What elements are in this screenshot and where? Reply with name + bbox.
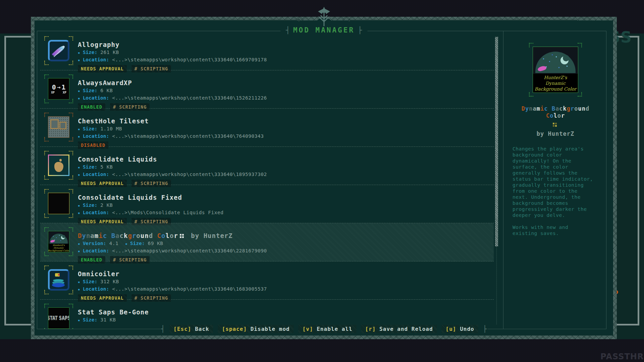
mod-icon-frame: 0→1XPXP	[44, 74, 73, 103]
panel-divider	[503, 31, 503, 329]
title-letter: o	[550, 112, 553, 119]
mod-entry[interactable]: Allography▪Size:261 KB▪Location:<...>\st…	[40, 32, 494, 70]
mod-icon-frame	[44, 151, 73, 180]
tileset-icon	[48, 116, 69, 138]
title-letter	[107, 232, 111, 239]
mod-info: Stat Saps Be-Gone▪Size:31 KB	[78, 306, 491, 324]
title-letter: a	[555, 105, 559, 112]
hotkey-button[interactable]: [u] Undo	[442, 325, 478, 333]
meta-label: Location:	[83, 210, 109, 215]
dot	[182, 234, 184, 236]
meta-item: ▪Size:6 KB	[78, 88, 113, 93]
mod-title: Omnicoiler	[78, 270, 491, 278]
mod-meta-line: ▪Size:2 KB	[78, 202, 491, 209]
window-title: ┤ MOD MANAGER ├	[280, 26, 367, 34]
arrow-right-icon: →	[57, 84, 60, 90]
meta-label: Location:	[83, 133, 109, 139]
corner-bracket	[69, 61, 73, 65]
coil-icon	[48, 269, 69, 291]
meta-item: ▪Size:261 KB	[78, 50, 119, 55]
dot	[180, 236, 181, 238]
blank-icon	[48, 193, 69, 214]
scrollbar-thumb[interactable]	[495, 37, 498, 246]
xp-award-icon: 0→1XPXP	[48, 78, 69, 100]
mod-list[interactable]: Allography▪Size:261 KB▪Location:<...>\st…	[40, 32, 494, 329]
page-title: MOD MANAGER	[293, 26, 355, 34]
meta-value: <...>\Mods\Consolidate Liquids Fixed	[112, 210, 223, 215]
hotkey-button[interactable]: [space] Disable mod	[218, 325, 294, 333]
mod-title: Stat Saps Be-Gone	[78, 308, 491, 316]
title-letter: y	[525, 105, 529, 112]
dot	[553, 123, 554, 124]
title-letter: y	[82, 232, 86, 239]
mod-meta-line: ▪Location:<...>\Mods\Consolidate Liquids…	[78, 209, 491, 217]
title-letter	[548, 105, 552, 112]
mod-meta-line: ▪Size:261 KB	[78, 49, 491, 56]
meta-label: Size:	[83, 279, 98, 284]
hotkey-key: [v]	[303, 326, 313, 332]
meta-item: ▪Location:<...>\steamapps\workshop\conte…	[78, 133, 264, 139]
bullet-icon: ▪	[78, 165, 80, 170]
mod-title: AlwaysAwardXP	[78, 79, 491, 86]
title-letter: m	[537, 105, 540, 112]
meta-label: Size:	[83, 317, 98, 322]
title-letter: k	[563, 105, 567, 112]
hotkey-bar: ┤ [Esc] Back[space] Disable mod[v] Enabl…	[160, 324, 487, 334]
mod-entry[interactable]: HunterZ'sDynamicBackground ColorDynamic …	[40, 223, 494, 261]
bullet-icon: ▪	[78, 287, 80, 292]
mod-entry[interactable]: Consolidate Liquids Fixed▪Size:2 KB▪Loca…	[40, 185, 494, 223]
meta-label: Size:	[83, 202, 98, 208]
night-sky-icon: HunterZ'sDynamicBackground Color	[48, 231, 69, 252]
dot	[182, 236, 184, 238]
panel-title-line2: Color	[504, 112, 606, 119]
title-letter: d	[149, 232, 153, 239]
top-border-ornament-right	[351, 20, 577, 20]
coil-head	[55, 273, 60, 277]
title-letter: a	[90, 232, 94, 239]
title-letter: a	[533, 105, 537, 112]
title-letter: c	[544, 105, 548, 112]
meta-item: ▪Size:69 KB	[125, 241, 163, 246]
title-letter: i	[540, 105, 544, 112]
mod-entry[interactable]: 0→1XPXPAlwaysAwardXP▪Size:6 KB▪Location:…	[40, 70, 494, 109]
corner-bracket	[69, 36, 73, 41]
hotkey-button[interactable]: [Esc] Back	[169, 325, 213, 333]
meta-label: Location:	[83, 95, 109, 101]
mod-entry[interactable]: Consolidate Liquids▪Size:5 KB▪Location:<…	[40, 147, 494, 185]
bullet-icon: ▪	[78, 203, 80, 208]
scrollbar[interactable]	[495, 37, 498, 324]
bullet-icon: ▪	[78, 96, 80, 101]
hotkey-key: [space]	[222, 326, 247, 332]
meta-label: Location:	[83, 57, 109, 62]
preview-caption-line: Background Color	[535, 86, 577, 92]
mod-title: ChestHole Tileset	[78, 117, 491, 125]
mod-title: Consolidate Liquids Fixed	[78, 194, 491, 201]
meta-value: 69 KB	[148, 241, 163, 246]
bar-left-tick: ┤	[161, 325, 165, 333]
mod-entry[interactable]: ChestHole Tileset▪Size:1.10 MB▪Location:…	[40, 109, 494, 147]
bullet-icon: ▪	[125, 242, 127, 246]
bullet-icon: ▪	[78, 318, 80, 322]
bullet-icon: ▪	[78, 249, 80, 253]
hotkey-button[interactable]: [r] Save and Reload	[361, 325, 437, 333]
mod-entry[interactable]: Omnicoiler▪Size:312 KB▪Location:<...>\st…	[40, 261, 494, 300]
mod-meta-line: ▪Location:<...>\steamapps\workshop\conte…	[78, 133, 491, 140]
mod-info: Consolidate Liquids▪Size:5 KB▪Location:<…	[78, 153, 491, 187]
bullet-icon: ▪	[78, 134, 80, 139]
title-letter: o	[136, 232, 140, 239]
meta-item: ▪Size:5 KB	[78, 164, 113, 170]
meta-item: ▪Version:4.1	[78, 241, 118, 246]
title-letter: g	[128, 232, 132, 239]
title-letter: d	[586, 105, 589, 112]
mod-icon-frame	[44, 113, 73, 141]
preview-caption-line: HunterZ's	[544, 75, 567, 80]
title-letter: c	[103, 232, 107, 239]
title-letter: r	[132, 232, 136, 239]
mod-meta-line: ▪Size:6 KB	[78, 87, 491, 95]
bullet-icon: ▪	[78, 280, 80, 284]
bullet-icon: ▪	[78, 173, 80, 177]
bullet-icon: ▪	[78, 242, 80, 246]
hotkey-button[interactable]: [v] Enable all	[299, 325, 357, 333]
panel-glyph	[504, 121, 606, 128]
title-letter: C	[546, 112, 550, 119]
